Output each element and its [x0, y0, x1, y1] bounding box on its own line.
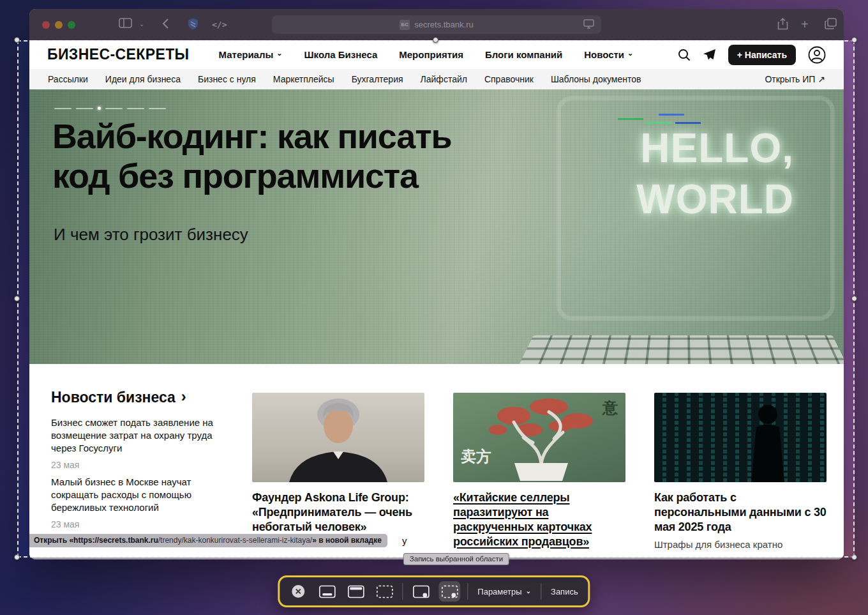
selection-handle-top-right[interactable]: [851, 37, 857, 43]
screenshot-toolbar: Параметры ⌄ Запись: [278, 575, 590, 607]
selection-handle-mid-left[interactable]: [14, 296, 20, 301]
subnav-spravochnik[interactable]: Справочник: [484, 74, 534, 84]
news-item[interactable]: Бизнес сможет подать заявление на возмещ…: [51, 416, 213, 471]
carousel-dash[interactable]: [54, 108, 71, 109]
chevron-down-icon: ⌄: [526, 588, 531, 595]
hero-title[interactable]: Вайб-кодинг: как писать код без программ…: [52, 116, 451, 195]
carousel-dash[interactable]: [149, 108, 166, 109]
image-text-right: 意: [602, 398, 618, 418]
subnav-marketpleysy[interactable]: Маркетплейсы: [273, 74, 334, 84]
status-path: /trendy/kak-konkurirovat-s-sellerami-iz-…: [158, 536, 312, 545]
news-date: 23 мая: [51, 459, 213, 471]
record-selection-icon[interactable]: [438, 581, 460, 602]
site-logo[interactable]: БИЗНЕС-СЕКРЕТЫ: [47, 46, 190, 63]
subnav-buhgalteriya[interactable]: Бухгалтерия: [352, 74, 403, 84]
nav-shkola-biznesa[interactable]: Школа Бизнеса: [304, 49, 378, 60]
news-item[interactable]: Малый бизнес в Москве научат сокращать р…: [51, 476, 213, 531]
close-capture-button[interactable]: [287, 581, 309, 602]
article-card-personal-data[interactable]: Как работать с персональными данными с 3…: [654, 393, 827, 550]
article-title-link[interactable]: «Китайские селлеры паразитируют на раскр…: [453, 490, 625, 549]
carousel-dash[interactable]: [127, 108, 144, 109]
nav-materialy[interactable]: Материалы ⌄: [219, 49, 283, 60]
open-ip-link[interactable]: Открыть ИП ↗: [765, 74, 825, 84]
news-section: Новости бизнеса › Бизнес сможет подать з…: [29, 364, 844, 559]
chevron-right-icon: ›: [181, 388, 186, 406]
link-preview-statusbar: Открыть «https://secrets.tbank.ru/trendy…: [29, 534, 387, 547]
article-title[interactable]: Как работать с персональными данными с 3…: [654, 490, 827, 535]
article-card-askona[interactable]: Фаундер Askona Life Group: «Предпринимат…: [252, 393, 424, 535]
selection-handle-bottom-left[interactable]: [14, 554, 20, 560]
nav-blogi-kompaniy[interactable]: Блоги компаний: [485, 49, 562, 60]
status-action: Открыть «: [34, 536, 73, 545]
obscured-text-fragment: у: [402, 535, 407, 546]
image-text-left: 卖方: [461, 446, 491, 467]
sub-nav: Рассылки Идеи для бизнеса Бизнес с нуля …: [29, 69, 844, 89]
carousel-indicators[interactable]: [54, 107, 166, 110]
article-title[interactable]: Фаундер Askona Life Group: «Предпринимат…: [252, 490, 424, 535]
options-button[interactable]: Параметры ⌄: [475, 587, 534, 596]
webpage: БИЗНЕС-СЕКРЕТЫ Материалы ⌄ Школа Бизнеса…: [29, 40, 844, 559]
safari-window: ⌄ </> БС secrets.tbank.ru +: [29, 9, 844, 559]
glitch-artifacts: [659, 114, 684, 116]
chevron-down-icon: ⌄: [627, 49, 633, 57]
main-nav: Материалы ⌄ Школа Бизнеса Мероприятия Бл…: [219, 49, 634, 60]
toolbar-separator: [467, 583, 468, 600]
hero-banner[interactable]: Вайб-кодинг: как писать код без программ…: [29, 89, 844, 364]
capture-mode-tooltip: Запись выбранной области: [403, 553, 509, 565]
crt-screen-text: HELLO, WORLD: [636, 123, 794, 225]
dim-overlay-top: [0, 0, 868, 40]
carousel-dash[interactable]: [105, 108, 123, 109]
carousel-active-dot[interactable]: [98, 107, 101, 110]
article-image-silhouette: [654, 393, 827, 482]
search-icon[interactable]: [678, 49, 691, 61]
subnav-biznes-s-nulya[interactable]: Бизнес с нуля: [198, 74, 256, 84]
selection-handle-bottom-right[interactable]: [851, 554, 857, 560]
header-actions: + Написать: [678, 45, 826, 65]
subnav-lifestyle[interactable]: Лайфстайл: [421, 74, 467, 84]
keyboard-image: [517, 335, 844, 364]
subnav-idei[interactable]: Идеи для бизнеса: [105, 74, 181, 84]
nav-meropriyatiya[interactable]: Мероприятия: [399, 49, 463, 60]
capture-selection-icon[interactable]: [373, 581, 395, 602]
article-card-sellers[interactable]: 卖方 意 «Китайские селлеры паразитируют на …: [453, 393, 625, 549]
subnav-rassylki[interactable]: Рассылки: [48, 74, 88, 84]
nav-novosti[interactable]: Новости ⌄: [584, 49, 633, 60]
capture-window-icon[interactable]: [345, 581, 366, 602]
carousel-dash[interactable]: [76, 108, 93, 109]
news-heading[interactable]: Новости бизнеса ›: [51, 388, 186, 406]
record-entire-screen-icon[interactable]: [410, 581, 431, 602]
chevron-down-icon: ⌄: [276, 49, 282, 57]
toolbar-separator: [402, 583, 403, 600]
toolbar-separator: [541, 583, 541, 600]
article-image-bonsai: 卖方 意: [453, 393, 625, 482]
telegram-icon[interactable]: [703, 49, 716, 61]
record-button[interactable]: Запись: [548, 587, 581, 596]
news-date: 23 мая: [51, 518, 213, 531]
selection-handle-top-left[interactable]: [14, 37, 20, 43]
subnav-shablony[interactable]: Шаблоны документов: [551, 74, 641, 84]
profile-icon[interactable]: [808, 46, 826, 64]
capture-entire-screen-icon[interactable]: [316, 581, 338, 602]
selection-handle-top-center[interactable]: [433, 37, 438, 43]
article-image-portrait: [252, 393, 424, 482]
status-suffix: » в новой вкладке: [312, 536, 382, 545]
site-header: БИЗНЕС-СЕКРЕТЫ Материалы ⌄ Школа Бизнеса…: [29, 40, 844, 69]
status-domain: https://secrets.tbank.ru: [73, 536, 158, 545]
selection-handle-mid-right[interactable]: [851, 296, 857, 301]
write-button[interactable]: + Написать: [728, 45, 796, 65]
hero-subtitle: И чем это грозит бизнесу: [54, 225, 248, 245]
article-teaser: Штрафы для бизнеса кратно: [654, 539, 827, 550]
